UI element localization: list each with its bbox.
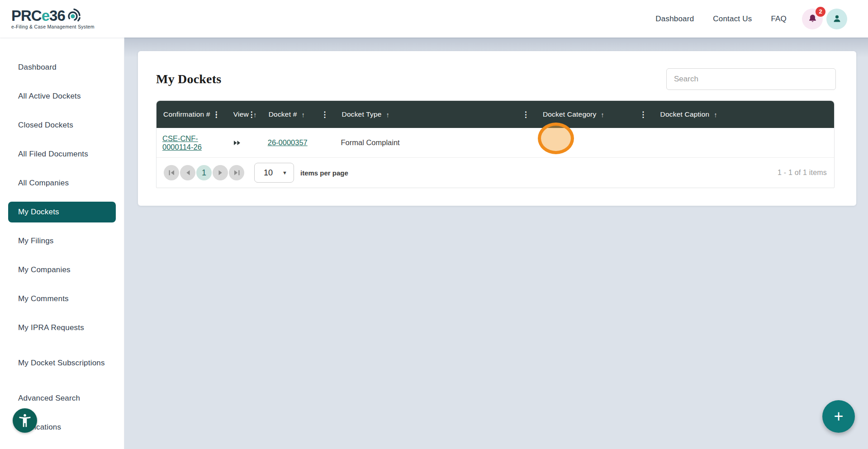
top-navigation: Dashboard Contact Us FAQ 2 xyxy=(636,9,847,29)
topbar: PRCe36 e-Filing & Case Management System… xyxy=(0,0,868,38)
column-header-docket-number[interactable]: Docket # ↑ ⋮ xyxy=(262,101,335,128)
search-input[interactable] xyxy=(666,68,836,90)
docket-type-value: Formal Complaint xyxy=(341,138,400,147)
previous-page-icon xyxy=(186,170,190,175)
logo-target-icon xyxy=(66,7,82,24)
sort-up-icon: ↑ xyxy=(714,111,717,118)
brand-tagline: e-Filing & Case Management System xyxy=(11,24,95,29)
cell-docket-category xyxy=(536,128,654,157)
my-dockets-card: My Dockets Confirmation # ↑ ⋮ View ↑ ⋮ xyxy=(138,51,856,206)
cell-docket-type: Formal Complaint xyxy=(335,128,536,157)
column-menu-icon[interactable]: ⋮ xyxy=(519,108,532,121)
pager-range-label: 1 - 1 of 1 items xyxy=(778,169,827,177)
sort-up-icon: ↑ xyxy=(601,111,604,118)
dockets-table: Confirmation # ↑ ⋮ View ↑ ⋮ Docket # ↑ ⋮ xyxy=(156,100,835,188)
last-page-icon xyxy=(234,170,240,175)
page-1-button[interactable]: 1 xyxy=(196,165,212,180)
column-label: Confirmation # xyxy=(163,110,210,118)
column-menu-icon[interactable]: ⋮ xyxy=(245,108,258,121)
page-size-select[interactable]: 10 ▼ xyxy=(254,163,294,183)
sort-up-icon: ↑ xyxy=(386,111,390,118)
main-content: My Dockets Confirmation # ↑ ⋮ View ↑ ⋮ xyxy=(124,38,868,449)
docket-number-link[interactable]: 26-0000357 xyxy=(268,138,308,147)
brand-wordmark: PRCe36 xyxy=(11,8,95,24)
sidebar-item-my-dockets[interactable]: My Dockets xyxy=(8,202,116,222)
sort-up-icon: ↑ xyxy=(301,111,305,118)
user-avatar-icon xyxy=(832,14,842,24)
notification-count-badge: 2 xyxy=(816,7,825,17)
notifications-button[interactable]: 2 xyxy=(802,9,823,29)
brand-accent-letter: e xyxy=(42,8,49,24)
brand-logo[interactable]: PRCe36 e-Filing & Case Management System xyxy=(11,8,95,29)
add-button[interactable]: + xyxy=(822,400,855,433)
sidebar-item-my-docket-subscriptions[interactable]: My Docket Subscriptions xyxy=(0,342,124,384)
last-page-button[interactable] xyxy=(229,165,244,180)
first-page-icon xyxy=(169,170,175,175)
sidebar-item-all-companies[interactable]: All Companies xyxy=(0,169,124,198)
confirmation-link[interactable]: CSE-CNF-0000114-26 xyxy=(162,134,227,151)
cell-view xyxy=(227,128,262,157)
sidebar-item-closed-dockets[interactable]: Closed Dockets xyxy=(0,111,124,140)
column-header-confirmation[interactable]: Confirmation # ↑ ⋮ xyxy=(157,101,227,128)
sidebar-item-my-ipra-requests[interactable]: My IPRA Requests xyxy=(0,313,124,342)
column-menu-icon[interactable]: ⋮ xyxy=(636,108,650,121)
cell-docket-number: 26-0000357 xyxy=(262,128,335,157)
sidebar-item-dashboard[interactable]: Dashboard xyxy=(0,53,124,82)
column-label: Docket Category xyxy=(543,110,596,118)
cell-confirmation: CSE-CNF-0000114-26 xyxy=(157,128,227,157)
column-header-view[interactable]: View ↑ ⋮ xyxy=(227,101,262,128)
table-pager: 1 10 ▼ xyxy=(157,158,834,188)
plus-icon: + xyxy=(834,407,843,426)
first-page-button[interactable] xyxy=(164,165,179,180)
card-header: My Dockets xyxy=(138,51,856,100)
table-row: CSE-CNF-0000114-26 26-0000357 Formal xyxy=(157,128,834,158)
sidebar-item-advanced-search[interactable]: Advanced Search xyxy=(0,384,124,413)
cell-docket-caption xyxy=(654,128,834,157)
brand-prefix: PRC xyxy=(11,8,42,24)
fast-forward-icon xyxy=(233,140,241,146)
nav-link-contact-us[interactable]: Contact Us xyxy=(713,14,752,24)
column-label: Docket Type xyxy=(342,110,382,118)
sidebar-item-my-comments[interactable]: My Comments xyxy=(0,284,124,313)
column-header-docket-caption[interactable]: Docket Caption ↑ xyxy=(654,101,834,128)
sidebar: Dashboard All Active Dockets Closed Dock… xyxy=(0,38,124,449)
page-size-value: 10 xyxy=(264,168,273,178)
screen: PRCe36 e-Filing & Case Management System… xyxy=(0,0,868,449)
items-per-page-label: items per page xyxy=(300,169,348,177)
user-menu-button[interactable] xyxy=(826,9,847,29)
sidebar-item-my-companies[interactable]: My Companies xyxy=(0,255,124,284)
accessibility-button[interactable] xyxy=(13,408,37,433)
next-page-icon xyxy=(218,170,223,175)
column-menu-icon[interactable]: ⋮ xyxy=(318,108,331,121)
column-header-docket-category[interactable]: Docket Category ↑ ⋮ xyxy=(536,101,654,128)
notification-bell-icon xyxy=(808,14,817,24)
column-label: Docket Caption xyxy=(660,110,710,118)
table-header-row: Confirmation # ↑ ⋮ View ↑ ⋮ Docket # ↑ ⋮ xyxy=(157,101,834,128)
column-menu-icon[interactable]: ⋮ xyxy=(210,108,223,121)
column-label: Docket # xyxy=(269,110,297,118)
sidebar-item-my-filings[interactable]: My Filings xyxy=(0,227,124,255)
next-page-button[interactable] xyxy=(213,165,228,180)
column-header-docket-type[interactable]: Docket Type ↑ ⋮ xyxy=(335,101,536,128)
brand-suffix: 36 xyxy=(49,8,65,24)
sidebar-item-all-filed-documents[interactable]: All Filed Documents xyxy=(0,140,124,169)
previous-page-button[interactable] xyxy=(180,165,195,180)
view-docket-button[interactable] xyxy=(232,139,242,147)
accessibility-person-icon xyxy=(17,413,33,428)
sidebar-item-all-active-dockets[interactable]: All Active Dockets xyxy=(0,82,124,111)
nav-link-dashboard[interactable]: Dashboard xyxy=(655,14,694,24)
chevron-down-icon: ▼ xyxy=(282,170,287,175)
page-title: My Dockets xyxy=(156,72,221,86)
nav-link-faq[interactable]: FAQ xyxy=(771,14,787,24)
